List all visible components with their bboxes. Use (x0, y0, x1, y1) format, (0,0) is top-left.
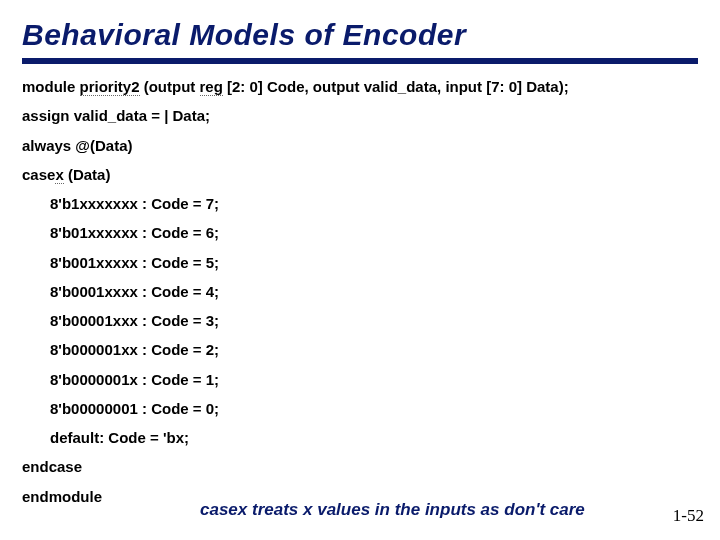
case-1: 8'b0000001x : Code = 1; (22, 371, 698, 388)
kw-casex-x: x (55, 166, 63, 184)
endcase-line: endcase (22, 458, 698, 475)
title-rule (22, 58, 698, 64)
case-5: 8'b001xxxxx : Code = 5; (22, 254, 698, 271)
case-3: 8'b00001xxx : Code = 3; (22, 312, 698, 329)
footnote: casex treats x values in the inputs as d… (200, 500, 585, 520)
slide: Behavioral Models of Encoder module prio… (0, 0, 720, 540)
decl-mid1: (output (140, 78, 200, 95)
slide-title: Behavioral Models of Encoder (22, 18, 698, 52)
module-declaration: module priority2 (output reg [2: 0] Code… (22, 78, 698, 95)
kw-reg: reg (200, 78, 223, 96)
case-6: 8'b01xxxxxx : Code = 6; (22, 224, 698, 241)
assign-line: assign valid_data = | Data; (22, 107, 698, 124)
casex-args: (Data) (64, 166, 111, 183)
case-7: 8'b1xxxxxxx : Code = 7; (22, 195, 698, 212)
kw-case: case (22, 166, 55, 183)
case-2: 8'b000001xx : Code = 2; (22, 341, 698, 358)
case-4: 8'b0001xxxx : Code = 4; (22, 283, 698, 300)
case-0: 8'b00000001 : Code = 0; (22, 400, 698, 417)
page-number: 1-52 (673, 506, 704, 526)
kw-module: module (22, 78, 80, 95)
casex-head: casex (Data) (22, 166, 698, 183)
decl-suffix: [2: 0] Code, output valid_data, input [7… (223, 78, 569, 95)
case-default: default: Code = 'bx; (22, 429, 698, 446)
always-line: always @(Data) (22, 137, 698, 154)
module-name: priority2 (80, 78, 140, 96)
